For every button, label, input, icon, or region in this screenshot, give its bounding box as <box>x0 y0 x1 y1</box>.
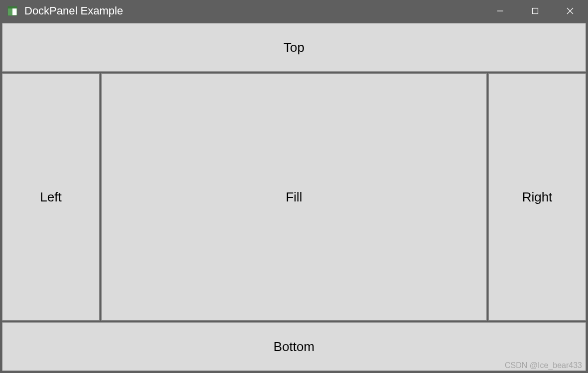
titlebar[interactable]: DockPanel Example <box>0 0 588 21</box>
window-controls <box>483 0 588 21</box>
fill-panel-label: Fill <box>286 189 302 205</box>
fill-panel[interactable]: Fill <box>101 73 487 321</box>
minimize-button[interactable] <box>483 0 518 21</box>
top-panel-label: Top <box>284 40 304 55</box>
top-panel[interactable]: Top <box>2 23 586 72</box>
right-panel[interactable]: Right <box>488 73 586 321</box>
close-button[interactable] <box>553 0 588 21</box>
left-panel-label: Left <box>40 189 61 205</box>
left-panel[interactable]: Left <box>2 73 100 321</box>
bottom-panel[interactable]: Bottom <box>2 322 586 371</box>
right-panel-label: Right <box>522 189 553 205</box>
bottom-panel-label: Bottom <box>274 339 314 355</box>
dock-panel: Top Left Fill Right Bottom <box>0 21 588 373</box>
svg-rect-4 <box>533 8 538 14</box>
application-window: DockPanel Example Top Left Fill Ri <box>0 0 588 373</box>
middle-row: Left Fill Right <box>2 73 586 321</box>
window-title: DockPanel Example <box>24 4 483 17</box>
maximize-button[interactable] <box>518 0 553 21</box>
svg-rect-2 <box>8 6 17 8</box>
app-icon <box>7 6 17 16</box>
